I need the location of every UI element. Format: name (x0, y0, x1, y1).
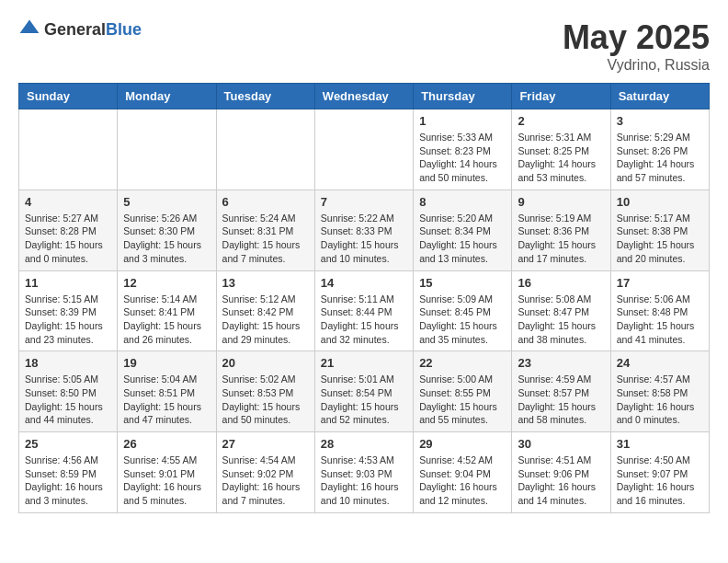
day-info: Daylight: 15 hours (419, 400, 506, 414)
day-number: 3 (617, 114, 703, 128)
day-info: Sunset: 9:06 PM (518, 467, 604, 481)
calendar-header-monday: Monday (118, 84, 216, 109)
day-info: Sunset: 8:42 PM (222, 305, 309, 319)
day-info: Daylight: 15 hours (321, 319, 407, 333)
calendar-cell: 17Sunrise: 5:06 AMSunset: 8:48 PMDayligh… (610, 270, 709, 351)
day-info: Sunset: 8:31 PM (222, 224, 309, 238)
day-info: Sunrise: 5:12 AM (222, 293, 309, 306)
day-info: Sunset: 8:47 PM (518, 305, 604, 319)
day-info: Sunset: 8:39 PM (25, 305, 111, 319)
day-info: Sunrise: 5:14 AM (123, 293, 210, 306)
day-info: Sunset: 8:53 PM (222, 386, 309, 400)
page-header: GeneralBlue May 2025 Vydrino, Russia (18, 18, 710, 74)
calendar-cell: 26Sunrise: 4:55 AMSunset: 9:01 PMDayligh… (118, 432, 216, 513)
calendar-header-saturday: Saturday (610, 84, 709, 109)
day-number: 16 (518, 276, 604, 290)
day-info: Sunrise: 4:53 AM (321, 454, 407, 467)
calendar-cell: 14Sunrise: 5:11 AMSunset: 8:44 PMDayligh… (314, 270, 413, 351)
day-info: and 53 minutes. (518, 171, 604, 185)
day-number: 2 (518, 114, 604, 128)
day-number: 4 (25, 195, 111, 209)
day-number: 6 (222, 195, 309, 209)
day-info: Daylight: 15 hours (617, 319, 703, 333)
day-info: Daylight: 15 hours (518, 238, 604, 252)
day-info: Sunset: 9:04 PM (419, 467, 506, 481)
day-info: and 50 minutes. (222, 413, 309, 427)
day-info: Daylight: 16 hours (222, 480, 309, 494)
day-info: Sunrise: 5:20 AM (419, 212, 506, 225)
logo: GeneralBlue (18, 18, 142, 40)
calendar-cell: 5Sunrise: 5:26 AMSunset: 8:30 PMDaylight… (118, 190, 216, 270)
day-info: Sunrise: 5:27 AM (25, 212, 111, 225)
day-info: Sunset: 9:02 PM (222, 467, 309, 481)
calendar-cell: 13Sunrise: 5:12 AMSunset: 8:42 PMDayligh… (216, 270, 314, 351)
day-info: Sunset: 8:45 PM (419, 305, 506, 319)
day-number: 15 (419, 276, 506, 290)
day-number: 14 (321, 276, 407, 290)
day-number: 20 (222, 356, 309, 370)
day-info: Sunrise: 4:59 AM (518, 373, 604, 386)
day-info: Daylight: 14 hours (419, 157, 506, 171)
title-location: Vydrino, Russia (563, 57, 710, 74)
day-number: 8 (419, 195, 506, 209)
day-info: Daylight: 15 hours (123, 238, 210, 252)
day-number: 19 (123, 356, 210, 370)
day-info: and 44 minutes. (25, 413, 111, 427)
day-info: Sunrise: 5:01 AM (321, 373, 407, 386)
day-info: Sunset: 8:59 PM (25, 467, 111, 481)
day-info: Sunrise: 4:51 AM (518, 454, 604, 467)
calendar-cell: 23Sunrise: 4:59 AMSunset: 8:57 PMDayligh… (512, 351, 610, 432)
day-info: and 26 minutes. (123, 333, 210, 347)
day-number: 21 (321, 356, 407, 370)
day-info: and 0 minutes. (25, 252, 111, 266)
calendar-header-thursday: Thursday (414, 84, 512, 109)
calendar-cell: 27Sunrise: 4:54 AMSunset: 9:02 PMDayligh… (216, 432, 314, 513)
calendar-cell: 2Sunrise: 5:31 AMSunset: 8:25 PMDaylight… (512, 109, 610, 190)
logo-general: General (44, 20, 106, 39)
calendar-week-row: 18Sunrise: 5:05 AMSunset: 8:50 PMDayligh… (19, 351, 710, 432)
day-info: Sunrise: 5:33 AM (419, 131, 506, 144)
day-info: and 3 minutes. (25, 494, 111, 508)
day-info: Sunset: 8:50 PM (25, 386, 111, 400)
day-info: Sunset: 8:55 PM (419, 386, 506, 400)
day-info: Daylight: 16 hours (617, 400, 703, 414)
calendar-cell: 7Sunrise: 5:22 AMSunset: 8:33 PMDaylight… (314, 190, 413, 270)
day-info: and 23 minutes. (25, 333, 111, 347)
day-info: Daylight: 16 hours (25, 480, 111, 494)
day-info: Daylight: 15 hours (419, 319, 506, 333)
day-info: Sunset: 8:54 PM (321, 386, 407, 400)
day-number: 9 (518, 195, 604, 209)
day-info: and 17 minutes. (518, 252, 604, 266)
day-info: and 14 minutes. (518, 494, 604, 508)
calendar-cell: 4Sunrise: 5:27 AMSunset: 8:28 PMDaylight… (19, 190, 118, 270)
day-info: and 50 minutes. (419, 171, 506, 185)
day-info: Sunrise: 4:52 AM (419, 454, 506, 467)
day-info: and 12 minutes. (419, 494, 506, 508)
calendar-cell (19, 109, 118, 190)
day-info: Daylight: 15 hours (222, 400, 309, 414)
calendar-week-row: 4Sunrise: 5:27 AMSunset: 8:28 PMDaylight… (19, 190, 710, 270)
day-info: and 41 minutes. (617, 333, 703, 347)
day-info: Daylight: 15 hours (25, 400, 111, 414)
day-info: Sunrise: 5:24 AM (222, 212, 309, 225)
day-info: Sunset: 8:36 PM (518, 224, 604, 238)
calendar-cell: 18Sunrise: 5:05 AMSunset: 8:50 PMDayligh… (19, 351, 118, 432)
day-info: and 29 minutes. (222, 333, 309, 347)
day-info: Sunrise: 4:57 AM (617, 373, 703, 386)
day-info: Daylight: 15 hours (123, 319, 210, 333)
day-info: and 35 minutes. (419, 333, 506, 347)
day-info: Daylight: 14 hours (617, 157, 703, 171)
calendar-cell: 30Sunrise: 4:51 AMSunset: 9:06 PMDayligh… (512, 432, 610, 513)
day-number: 17 (617, 276, 703, 290)
day-info: Daylight: 15 hours (222, 319, 309, 333)
day-info: Sunset: 8:30 PM (123, 224, 210, 238)
day-info: Sunset: 8:34 PM (419, 224, 506, 238)
day-info: and 0 minutes. (617, 413, 703, 427)
calendar-cell (314, 109, 413, 190)
day-info: and 7 minutes. (222, 252, 309, 266)
calendar-week-row: 25Sunrise: 4:56 AMSunset: 8:59 PMDayligh… (19, 432, 710, 513)
title-block: May 2025 Vydrino, Russia (563, 18, 710, 74)
day-number: 26 (123, 437, 210, 451)
calendar-cell: 15Sunrise: 5:09 AMSunset: 8:45 PMDayligh… (414, 270, 512, 351)
day-number: 1 (419, 114, 506, 128)
